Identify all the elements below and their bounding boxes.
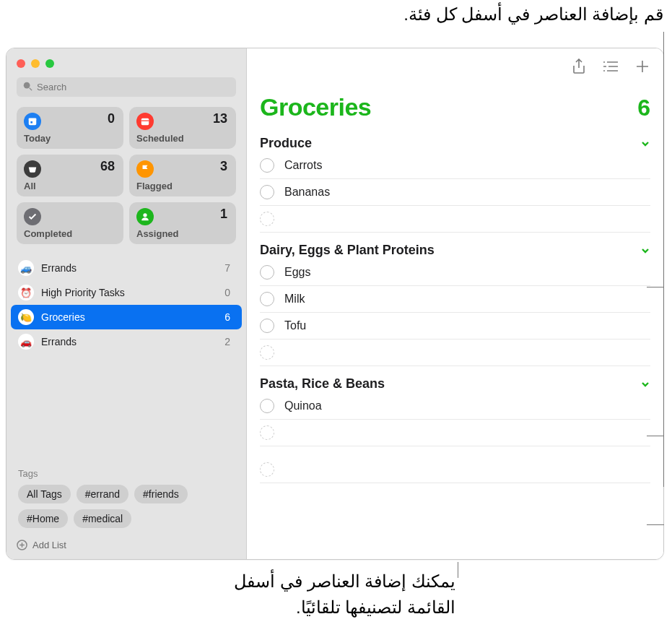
reminder-title[interactable]: Carrots (284, 159, 650, 172)
smart-list-assigned[interactable]: 1 Assigned (129, 202, 236, 244)
svg-line-1 (30, 87, 32, 90)
smart-list-count: 3 (220, 159, 227, 174)
reminder-item[interactable]: Tofu (260, 313, 650, 340)
tags-section: Tags All Tags#errand#friends#Home#medica… (6, 461, 246, 532)
list-emoji-icon: 🚗 (18, 334, 34, 350)
section-title: Dairy, Eggs & Plant Proteins (260, 243, 435, 258)
smart-list-today[interactable]: 0 Today (17, 107, 123, 149)
sidebar-list-high-priority-tasks[interactable]: ⏰ High Priority Tasks 0 (11, 280, 242, 305)
new-item-radio (260, 212, 274, 226)
tag-errand[interactable]: #errand (77, 485, 128, 503)
list-count: 2 (224, 336, 235, 347)
list-count: 0 (224, 287, 235, 298)
smart-list-scheduled[interactable]: 13 Scheduled (129, 107, 236, 149)
section-title: Pasta, Rice & Beans (260, 376, 385, 392)
reminder-title[interactable]: Tofu (284, 319, 650, 332)
svg-rect-4 (30, 121, 32, 124)
list-name: Errands (41, 336, 217, 347)
add-list-button[interactable]: Add List (6, 532, 246, 559)
reminder-item[interactable]: Bananas (260, 179, 650, 206)
traffic-lights (17, 59, 54, 68)
reminders-window: 0 Today 13 Scheduled 68 All 3 Flagged Co… (6, 48, 664, 560)
search-field[interactable] (17, 77, 236, 97)
pointer-line (458, 562, 458, 578)
list-lines-icon (603, 60, 619, 73)
list-emoji-icon: 🍋 (18, 309, 34, 325)
complete-toggle[interactable] (260, 292, 274, 306)
list-emoji-icon: ⏰ (18, 285, 34, 300)
smart-list-count: 0 (108, 111, 115, 126)
my-lists: 🚙 Errands 7⏰ High Priority Tasks 0🍋 Groc… (6, 253, 246, 461)
add-reminder-button[interactable] (634, 59, 650, 74)
share-icon (572, 59, 586, 74)
search-container (6, 70, 246, 101)
list-header: Groceries 6 (247, 79, 663, 126)
section-pasta-rice-beans: Pasta, Rice & Beans Quinoa (247, 376, 663, 446)
reminder-title[interactable]: Milk (284, 293, 650, 306)
sidebar: 0 Today 13 Scheduled 68 All 3 Flagged Co… (6, 48, 247, 559)
new-item-row[interactable] (260, 420, 650, 446)
svg-point-7 (143, 213, 147, 217)
smart-list-label: Completed (24, 228, 116, 239)
complete-toggle[interactable] (260, 319, 274, 333)
callout-top: قم بإضافة العناصر في أسفل كل فئة. (360, 4, 663, 25)
list-name: High Priority Tasks (41, 287, 217, 298)
complete-toggle[interactable] (260, 158, 274, 173)
reminder-item[interactable]: Eggs (260, 259, 650, 286)
section-header[interactable]: Produce (260, 136, 650, 152)
svg-rect-3 (29, 118, 37, 121)
all-icon (24, 160, 41, 178)
view-options-button[interactable] (603, 59, 619, 74)
chevron-down-icon[interactable] (640, 379, 650, 389)
smart-list-count: 68 (100, 159, 115, 174)
sidebar-list-errands[interactable]: 🚗 Errands 2 (11, 329, 242, 354)
list-emoji-icon: 🚙 (18, 260, 34, 276)
pointer-line (647, 436, 664, 436)
reminder-item[interactable]: Milk (260, 286, 650, 313)
section-title: Produce (260, 136, 312, 151)
scheduled-icon (136, 113, 154, 130)
sidebar-list-groceries[interactable]: 🍋 Groceries 6 (11, 305, 242, 329)
complete-toggle[interactable] (260, 399, 274, 413)
reminder-item[interactable]: Carrots (260, 152, 650, 179)
smart-lists-grid: 0 Today 13 Scheduled 68 All 3 Flagged Co… (6, 101, 246, 253)
uncategorized-area (247, 446, 663, 493)
main-panel: Groceries 6 Produce Carrots Bananas Dair… (247, 48, 663, 559)
sidebar-list-errands[interactable]: 🚙 Errands 7 (11, 256, 242, 280)
smart-list-label: All (24, 181, 116, 191)
smart-list-flagged[interactable]: 3 Flagged (129, 155, 236, 196)
new-item-row[interactable] (260, 457, 650, 483)
smart-list-completed[interactable]: Completed (17, 202, 123, 244)
section-header[interactable]: Dairy, Eggs & Plant Proteins (260, 243, 650, 259)
add-list-label: Add List (32, 540, 66, 550)
section-produce: Produce Carrots Bananas (247, 136, 663, 233)
section-header[interactable]: Pasta, Rice & Beans (260, 376, 650, 393)
close-window-button[interactable] (17, 59, 25, 68)
chevron-down-icon[interactable] (640, 246, 650, 256)
reminder-item[interactable]: Quinoa (260, 393, 650, 420)
smart-list-count: 1 (220, 207, 227, 222)
complete-toggle[interactable] (260, 185, 274, 199)
minimize-window-button[interactable] (31, 59, 40, 68)
zoom-window-button[interactable] (45, 59, 54, 68)
reminder-title[interactable]: Quinoa (284, 399, 650, 412)
chevron-down-icon[interactable] (640, 139, 650, 149)
assigned-icon (136, 208, 154, 225)
tag-medical[interactable]: #medical (74, 509, 131, 528)
plus-icon (635, 59, 650, 74)
new-item-radio (260, 345, 274, 360)
new-item-row[interactable] (260, 206, 650, 233)
search-input[interactable] (37, 82, 230, 92)
complete-toggle[interactable] (260, 265, 274, 280)
new-item-row[interactable] (260, 340, 650, 366)
list-name: Groceries (41, 311, 217, 323)
reminder-title[interactable]: Bananas (284, 186, 650, 199)
tag-friends[interactable]: #friends (134, 485, 188, 503)
smart-list-label: Today (24, 133, 116, 144)
reminder-title[interactable]: Eggs (284, 266, 650, 279)
tag-home[interactable]: #Home (18, 509, 68, 528)
tag-alltags[interactable]: All Tags (18, 485, 71, 503)
share-button[interactable] (571, 59, 587, 74)
smart-list-all[interactable]: 68 All (17, 155, 123, 196)
pointer-line (647, 287, 664, 287)
